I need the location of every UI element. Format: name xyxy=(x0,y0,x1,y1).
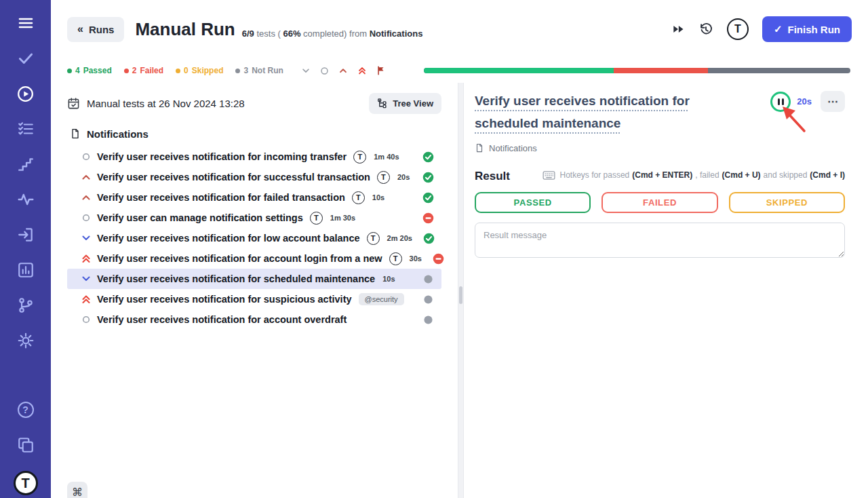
question-glyph: ? xyxy=(18,402,34,418)
test-row[interactable]: Verify user receives notification for in… xyxy=(67,147,441,167)
keyboard-icon xyxy=(542,171,555,180)
detail-header: Verify user receives notification for sc… xyxy=(475,90,845,135)
priority-medium-icon xyxy=(81,172,92,183)
failed-dot xyxy=(124,69,129,73)
timer-history-icon[interactable] xyxy=(698,22,713,37)
test-duration: 2m 20s xyxy=(387,234,412,242)
failed-button[interactable]: FAILED xyxy=(601,192,717,213)
result-heading: Result xyxy=(475,170,510,183)
tree-icon xyxy=(377,98,387,109)
test-row[interactable]: Verify user receives notification for fa… xyxy=(67,187,441,208)
testomatio-logo[interactable]: T xyxy=(14,471,38,495)
import-icon[interactable] xyxy=(16,225,35,244)
back-to-runs-button[interactable]: « Runs xyxy=(67,17,124,42)
page-title: Manual Run xyxy=(135,19,235,40)
priority-low-icon xyxy=(81,233,92,244)
legend-passed: 4Passed xyxy=(67,66,112,75)
test-row[interactable]: Verify user receives notification for sc… xyxy=(67,269,441,289)
run-progress-bar xyxy=(424,68,850,73)
priority-high-icon xyxy=(81,294,92,305)
pause-timer-button[interactable] xyxy=(770,92,791,112)
skipped-button[interactable]: SKIPPED xyxy=(729,192,845,213)
test-duration: 1m 40s xyxy=(374,153,399,161)
runs-play-icon[interactable] xyxy=(16,84,35,103)
test-row[interactable]: Verify user receives notification for lo… xyxy=(67,228,441,248)
passed-button[interactable]: PASSED xyxy=(475,192,591,213)
analytics-chart-icon[interactable] xyxy=(16,261,35,280)
steps-icon[interactable] xyxy=(16,155,35,174)
test-title: Verify user receives notification for su… xyxy=(97,294,352,305)
testomatio-icon: T xyxy=(389,252,402,265)
status-notrun-icon xyxy=(422,273,434,285)
folder-name: Notifications xyxy=(87,128,149,140)
test-title: Verify user receives notification for in… xyxy=(97,151,347,162)
result-row: Result Hotkeys for passed (Cmd + ENTER) … xyxy=(475,170,845,183)
hotkeys-hint: Hotkeys for passed (Cmd + ENTER) , faile… xyxy=(542,170,845,180)
tests-check-icon[interactable] xyxy=(16,49,35,68)
priority-medium-filter-icon[interactable] xyxy=(338,66,348,75)
test-duration: 30s xyxy=(410,254,422,263)
panel-splitter[interactable] xyxy=(458,83,464,498)
test-row[interactable]: Verify user receives notification for ac… xyxy=(67,309,441,330)
breadcrumb[interactable]: Notifications xyxy=(475,143,845,153)
run-header: Manual tests at 26 Nov 2024 13:28 Tree V… xyxy=(67,87,441,119)
priority-none-filter-icon[interactable] xyxy=(320,66,329,75)
test-title: Verify user receives notification for lo… xyxy=(97,233,360,244)
help-icon[interactable]: ? xyxy=(16,400,35,419)
command-palette-button[interactable]: ⌘ xyxy=(67,482,87,498)
testomatio-icon: T xyxy=(377,171,390,184)
testomatio-icon: T xyxy=(310,212,323,225)
priority-high-filter-icon[interactable] xyxy=(357,66,367,75)
menu-icon[interactable] xyxy=(16,14,35,33)
priority-none-icon xyxy=(81,212,92,223)
status-failed-icon xyxy=(422,212,434,224)
testomatio-badge[interactable]: T xyxy=(727,18,749,40)
notrun-dot xyxy=(235,69,240,73)
command-icon: ⌘ xyxy=(72,486,83,498)
pulse-activity-icon[interactable] xyxy=(16,190,35,209)
chevron-down-icon[interactable] xyxy=(301,66,311,75)
more-menu-button[interactable]: ⋯ xyxy=(821,91,845,112)
header: « Runs Manual Run 6/9 tests ( 66% comple… xyxy=(51,0,868,58)
test-duration: 10s xyxy=(372,193,384,202)
splitter-grip[interactable] xyxy=(459,286,462,304)
priority-medium-icon xyxy=(81,192,92,203)
suites-checklist-icon[interactable] xyxy=(16,119,35,138)
priority-critical-flag-icon[interactable] xyxy=(376,66,386,75)
detail-test-title[interactable]: Verify user receives notification for sc… xyxy=(475,90,731,135)
test-duration: 10s xyxy=(382,275,395,283)
fast-forward-icon[interactable] xyxy=(671,22,685,36)
test-duration: 20s xyxy=(397,173,410,181)
folder-row[interactable]: Notifications xyxy=(70,122,441,145)
test-title: Verify user receives notification for fa… xyxy=(97,192,345,203)
timer-value: 20s xyxy=(797,96,812,107)
back-label: Runs xyxy=(89,24,115,35)
finish-check-icon: ✓ xyxy=(774,23,783,35)
test-title: Verify user can manage notification sett… xyxy=(97,212,303,223)
pause-icon xyxy=(778,98,780,105)
test-row[interactable]: Verify user receives notification for su… xyxy=(67,167,441,187)
status-bar: 4Passed 2Failed 0Skipped 3Not Run xyxy=(51,58,868,83)
back-chevrons-icon: « xyxy=(77,24,83,35)
settings-gear-icon[interactable] xyxy=(16,331,35,350)
priority-low-icon xyxy=(81,273,92,284)
test-row[interactable]: Verify user receives notification for su… xyxy=(67,289,441,309)
run-title: Manual tests at 26 Nov 2024 13:28 xyxy=(87,98,245,109)
status-passed-icon xyxy=(422,151,434,163)
result-message-input[interactable] xyxy=(475,223,845,258)
testomatio-icon: T xyxy=(367,232,380,245)
progress-passed xyxy=(424,68,614,73)
status-passed-icon xyxy=(422,172,434,183)
test-title: Verify user receives notification for ac… xyxy=(97,253,382,264)
tree-view-button[interactable]: Tree View xyxy=(369,93,441,114)
test-row[interactable]: Verify user receives notification for ac… xyxy=(67,248,441,269)
test-title: Verify user receives notification for ac… xyxy=(97,314,347,325)
sidebar: ? T xyxy=(0,0,51,498)
tree-view-label: Tree View xyxy=(393,98,433,109)
branches-icon[interactable] xyxy=(16,296,35,315)
legend-failed: 2Failed xyxy=(124,66,163,75)
test-row[interactable]: Verify user can manage notification sett… xyxy=(67,208,441,228)
priority-none-icon xyxy=(81,314,92,325)
finish-run-button[interactable]: ✓ Finish Run xyxy=(762,16,852,42)
pages-copy-icon[interactable] xyxy=(16,436,35,455)
